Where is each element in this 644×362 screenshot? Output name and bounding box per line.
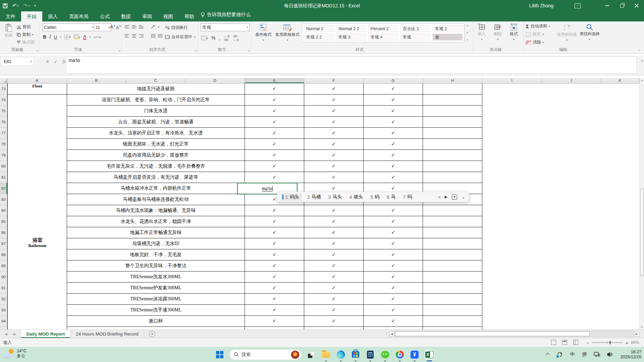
cell-description[interactable]: 云台、面盆无破损、污迹，管道畅通 [67, 117, 245, 128]
cell-check-f[interactable]: ✓ [304, 216, 364, 227]
confirm-entry-button[interactable]: ✓ [54, 59, 58, 64]
row-number[interactable]: 88 [0, 249, 7, 260]
number-dialog-launcher[interactable]: ↘ [247, 49, 250, 52]
menu-tab[interactable]: 数据 [115, 11, 137, 21]
scroll-left-icon[interactable]: ◀ [389, 331, 394, 337]
orientation-icon[interactable] [151, 25, 156, 29]
formula-bar-splitter[interactable]: ⋮ [38, 59, 41, 64]
page-break-view-icon[interactable] [573, 340, 578, 345]
number-format-combo[interactable]: 常规▾ [201, 23, 250, 31]
cell-h[interactable] [423, 205, 482, 216]
account-name[interactable]: Lilith Zhong [529, 0, 553, 11]
cell-h[interactable] [423, 249, 482, 260]
cell-check-g[interactable]: ✓ [364, 227, 423, 238]
row-number[interactable]: 86 [0, 227, 7, 238]
ribbon-display-options-button[interactable]: ⌃ [570, 0, 585, 11]
clipboard-dialog-launcher[interactable]: ↘ [36, 49, 39, 52]
increase-decimal-button[interactable]: ←.0.00 [224, 34, 229, 42]
sheet-tab-24-hours-briefing[interactable]: 24 Hours MOD Briefing Record [70, 330, 144, 338]
cell-check-e[interactable]: ✓ [245, 83, 304, 95]
cell-description[interactable]: TRESemme洗发水300ML [67, 272, 245, 283]
new-sheet-button[interactable]: + [149, 331, 155, 337]
cell-check-f[interactable]: ✓ [304, 249, 364, 260]
ime-next-page-icon[interactable]: ▶ [445, 195, 447, 199]
cell-check-f[interactable]: ✓ [304, 283, 364, 294]
cell-h[interactable] [423, 83, 482, 95]
normal-view-icon[interactable] [551, 340, 556, 345]
cell-h[interactable] [423, 117, 482, 128]
cell-check-e[interactable]: ✓ [245, 316, 304, 327]
insert-function-button[interactable]: fx [62, 59, 66, 64]
align-center-icon[interactable] [132, 34, 137, 38]
microsoft-store-button[interactable] [351, 350, 361, 360]
ime-prev-page-icon[interactable]: ◀ [437, 195, 440, 199]
finance-app-button[interactable]: ¥ [410, 350, 420, 360]
column-header[interactable]: I [482, 78, 542, 83]
row-number[interactable]: 84 [0, 205, 7, 216]
column-header[interactable]: H [423, 78, 482, 83]
menu-tab[interactable]: 文件 [0, 11, 21, 21]
cell-check-g[interactable]: ✓ [364, 139, 423, 150]
cell-description[interactable]: 马桶内无流水现象：地漏畅通、无异味 [67, 205, 245, 216]
cell-style-chip[interactable]: 常规 3 [336, 34, 366, 41]
cell-check-f[interactable]: ✓ [304, 227, 364, 238]
wrap-text-button[interactable]: 自动换行 [165, 25, 188, 31]
cell-check-g[interactable]: ✓ [364, 161, 423, 172]
menu-tab[interactable]: 开始 [21, 11, 42, 21]
zoom-thumb[interactable] [609, 341, 611, 344]
section-cell-floor[interactable]: Floor [7, 83, 67, 95]
scroll-down-icon[interactable]: ▼ [640, 326, 644, 329]
align-middle-icon[interactable] [132, 25, 137, 28]
ime-candidate[interactable]: 4 唛头 [349, 194, 363, 200]
cell-check-f[interactable]: ✓ [304, 260, 364, 272]
align-left-icon[interactable] [125, 34, 129, 38]
sync-status-icon[interactable] [557, 352, 563, 358]
align-top-icon[interactable] [125, 25, 129, 28]
cell-check-e[interactable]: ✓ [245, 205, 304, 216]
cell-check-f[interactable]: ✓ [304, 150, 364, 161]
cell-h[interactable] [423, 106, 482, 117]
cell-description[interactable]: 地毯无污迹及破损 [67, 83, 245, 95]
cell-h[interactable] [423, 316, 482, 327]
cell-check-g[interactable]: ✓ [364, 294, 423, 305]
sheet-nav-left-icon[interactable]: ◀ [5, 332, 7, 336]
column-header[interactable]: F [304, 78, 364, 83]
cell-check-g[interactable]: ✓ [364, 205, 423, 216]
row-number[interactable]: 93 [0, 305, 7, 316]
cell-style-chip[interactable]: Normal 2 [304, 25, 334, 32]
conditional-formatting-button[interactable]: ≠ 条件格式▾ [253, 23, 274, 42]
cell-check-f[interactable]: ✓ [304, 272, 364, 283]
sheet-tab-daily-mod-report[interactable]: Daily MOD Report [20, 330, 70, 338]
ime-candidate[interactable]: 2 马桶 [307, 194, 321, 200]
decrease-indent-icon[interactable] [151, 34, 156, 38]
cell-check-f[interactable]: ✓ [304, 106, 364, 117]
cell-check-g[interactable]: ✓ [364, 316, 423, 327]
underline-button[interactable]: U [54, 35, 57, 40]
cell-description[interactable]: 地漏工作正常畅通无异味 [67, 227, 245, 238]
column-header[interactable]: G [364, 78, 423, 83]
cell-h[interactable] [423, 128, 482, 139]
row-number[interactable]: 90 [0, 272, 7, 283]
cell-style-chip[interactable]: 差 [432, 34, 463, 41]
cell-check-f[interactable]: ✓ [304, 161, 364, 172]
menu-tab[interactable]: 公式 [94, 11, 115, 21]
decrease-decimal-button[interactable]: .00→.0 [233, 34, 238, 42]
cell-check-f[interactable]: ✓ [304, 316, 364, 327]
cell-description[interactable]: 垃圾桶无污迹，无水印 [67, 238, 245, 249]
cell-h[interactable] [423, 294, 482, 305]
column-header[interactable]: E [245, 78, 304, 83]
merge-center-button[interactable]: 合并后居中▾ [165, 34, 196, 40]
cell-check-f[interactable]: ✓ [304, 117, 364, 128]
ime-pinyin-indicator[interactable]: 拼 [582, 351, 587, 358]
percent-style-button[interactable]: % [211, 35, 215, 41]
format-as-table-button[interactable]: 套用表格格式▾ [275, 23, 300, 42]
scroll-right-icon[interactable]: ▶ [634, 331, 639, 337]
page-layout-view-icon[interactable] [562, 340, 567, 345]
cell-check-f[interactable]: ✓ [304, 238, 364, 249]
cell-style-chip[interactable]: Normal 2 2 [336, 25, 366, 32]
cell-h[interactable] [423, 260, 482, 272]
fill-button[interactable]: ↓填充▾ [526, 32, 550, 37]
volume-icon[interactable] [607, 352, 613, 357]
align-bottom-icon[interactable] [139, 25, 144, 28]
restore-button[interactable] [614, 0, 629, 11]
